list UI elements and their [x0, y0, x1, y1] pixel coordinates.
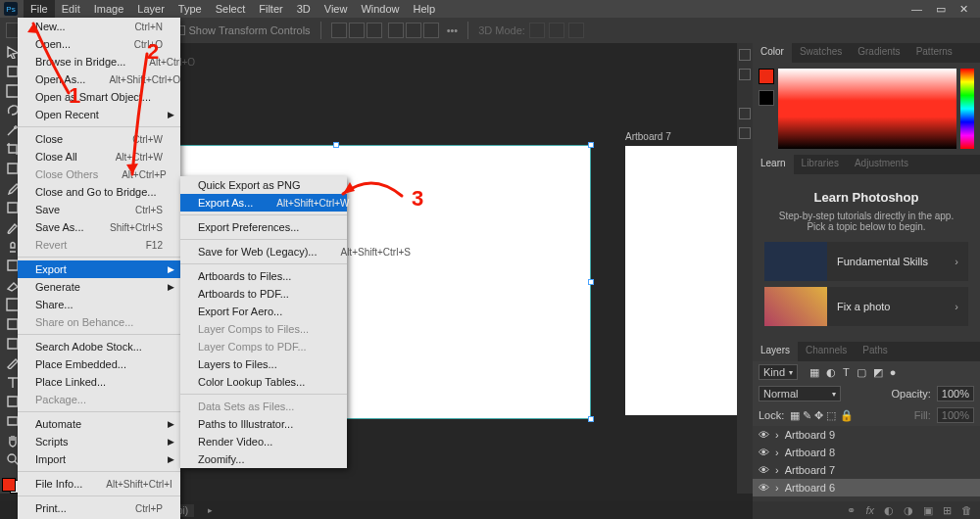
- hue-slider[interactable]: [960, 69, 974, 149]
- menu-item-new[interactable]: New...Ctrl+N: [18, 18, 180, 35]
- menu-item-render-video[interactable]: Render Video...: [180, 433, 347, 450]
- menu-item-paths-to-illustrator[interactable]: Paths to Illustrator...: [180, 415, 347, 433]
- fill-value[interactable]: 100%: [937, 407, 974, 423]
- menu-item-place-embedded[interactable]: Place Embedded...: [18, 355, 180, 373]
- panel-icon[interactable]: [739, 69, 751, 80]
- tab-swatches[interactable]: Swatches: [792, 43, 850, 63]
- tab-adjustments[interactable]: Adjustments: [847, 155, 916, 174]
- menu-file[interactable]: File: [24, 0, 55, 18]
- twirl-icon[interactable]: ›: [775, 464, 779, 476]
- mask-icon[interactable]: ◐: [884, 504, 894, 517]
- blend-mode-dropdown[interactable]: Normal▾: [759, 386, 841, 401]
- menu-item-quick-export-as-png[interactable]: Quick Export as PNG: [180, 176, 347, 194]
- new-layer-icon[interactable]: ⊞: [943, 504, 952, 517]
- foreground-swatch[interactable]: [759, 69, 774, 84]
- menu-item-automate[interactable]: Automate▶: [18, 415, 180, 433]
- twirl-icon[interactable]: ›: [775, 429, 779, 441]
- twirl-icon[interactable]: ›: [775, 447, 779, 458]
- menu-edit[interactable]: Edit: [55, 0, 87, 18]
- visibility-icon[interactable]: 👁: [759, 464, 769, 476]
- lesson-fix-photo[interactable]: Fix a photo ›: [764, 287, 968, 326]
- menu-item-artboards-to-pdf[interactable]: Artboards to PDF...: [180, 285, 347, 303]
- lock-icons[interactable]: ▦ ✎ ✥ ⬚ 🔒: [790, 409, 853, 422]
- tab-layers[interactable]: Layers: [753, 342, 798, 361]
- color-panel[interactable]: [753, 63, 980, 155]
- tab-patterns[interactable]: Patterns: [908, 43, 960, 63]
- menu-item-color-lookup-tables[interactable]: Color Lookup Tables...: [180, 373, 347, 391]
- group-icon[interactable]: ▣: [923, 504, 933, 517]
- menu-item-browse-in-bridge[interactable]: Browse in Bridge...Alt+Ctrl+O: [18, 53, 180, 71]
- panel-icon[interactable]: [739, 127, 751, 139]
- layer-row[interactable]: 👁›Artboard 7: [753, 461, 980, 479]
- panel-icon[interactable]: [739, 49, 751, 61]
- restore-icon[interactable]: ▭: [936, 3, 946, 16]
- menu-item-print[interactable]: Print...Ctrl+P: [18, 499, 180, 517]
- layer-row[interactable]: 👁›Artboard 9: [753, 426, 980, 444]
- menu-item-open-recent[interactable]: Open Recent▶: [18, 106, 180, 123]
- tab-paths[interactable]: Paths: [855, 342, 896, 361]
- tab-color[interactable]: Color: [753, 43, 792, 63]
- menu-item-export-as[interactable]: Export As...Alt+Shift+Ctrl+W: [180, 194, 347, 212]
- menu-item-data-sets-as-files: Data Sets as Files...: [180, 398, 347, 415]
- menu-window[interactable]: Window: [354, 0, 406, 18]
- menu-view[interactable]: View: [318, 0, 355, 18]
- filter-icons[interactable]: ▦◐T▢◩●: [809, 366, 896, 379]
- menu-item-save[interactable]: SaveCtrl+S: [18, 201, 180, 218]
- layer-row[interactable]: 👁›Artboard 8: [753, 444, 980, 461]
- menu-item-export[interactable]: Export▶: [18, 260, 180, 278]
- trash-icon[interactable]: 🗑: [961, 504, 972, 516]
- menu-item-close-and-go-to-bridge[interactable]: Close and Go to Bridge...Shift+Ctrl+W: [18, 183, 180, 201]
- filter-kind-dropdown[interactable]: Kind ▾: [759, 364, 798, 380]
- menu-item-layers-to-files[interactable]: Layers to Files...: [180, 355, 347, 373]
- menu-item-open[interactable]: Open...Ctrl+O: [18, 35, 180, 53]
- menu-item-scripts[interactable]: Scripts▶: [18, 433, 180, 450]
- visibility-icon[interactable]: 👁: [759, 429, 769, 441]
- layer-row[interactable]: 👁›Artboard 6: [753, 479, 980, 496]
- lesson-fundamental-skills[interactable]: Fundamental Skills ›: [764, 242, 968, 281]
- color-spectrum[interactable]: [778, 69, 956, 149]
- menu-item-open-as-smart-object[interactable]: Open as Smart Object...: [18, 88, 180, 106]
- menu-item-close-all[interactable]: Close AllAlt+Ctrl+W: [18, 148, 180, 165]
- layer-name: Artboard 8: [785, 447, 835, 458]
- background-swatch[interactable]: [759, 90, 774, 106]
- right-mini-dock[interactable]: [737, 43, 753, 494]
- menu-layer[interactable]: Layer: [130, 0, 172, 18]
- menu-item-close[interactable]: CloseCtrl+W: [18, 130, 180, 148]
- twirl-icon[interactable]: ›: [775, 482, 779, 494]
- menu-item-open-as[interactable]: Open As...Alt+Shift+Ctrl+O: [18, 71, 180, 88]
- menu-select[interactable]: Select: [209, 0, 253, 18]
- visibility-icon[interactable]: 👁: [759, 447, 769, 458]
- menu-item-share[interactable]: Share...: [18, 296, 180, 313]
- adjustment-icon[interactable]: ◑: [904, 504, 913, 517]
- menu-image[interactable]: Image: [87, 0, 131, 18]
- menu-item-save-as[interactable]: Save As...Shift+Ctrl+S: [18, 218, 180, 236]
- minimize-icon[interactable]: —: [911, 3, 922, 16]
- panel-icon[interactable]: [739, 108, 751, 119]
- menu-item-file-info[interactable]: File Info...Alt+Shift+Ctrl+I: [18, 475, 180, 493]
- visibility-icon[interactable]: 👁: [759, 482, 769, 494]
- menu-item-zoomify[interactable]: Zoomify...: [180, 450, 347, 468]
- menu-help[interactable]: Help: [407, 0, 443, 18]
- menu-item-export-for-aero[interactable]: Export For Aero...: [180, 303, 347, 320]
- menu-type[interactable]: Type: [172, 0, 209, 18]
- opacity-value[interactable]: 100%: [937, 386, 974, 401]
- layer-name: Artboard 9: [785, 429, 835, 441]
- artboard-7[interactable]: [625, 146, 743, 415]
- menu-item-generate[interactable]: Generate▶: [18, 278, 180, 296]
- menu-item-save-for-web-legacy[interactable]: Save for Web (Legacy)...Alt+Shift+Ctrl+S: [180, 243, 347, 260]
- link-icon[interactable]: ⚭: [847, 504, 856, 517]
- menu-item-search-adobe-stock[interactable]: Search Adobe Stock...: [18, 338, 180, 355]
- menu-filter[interactable]: Filter: [252, 0, 289, 18]
- menu-item-artboards-to-files[interactable]: Artboards to Files...: [180, 267, 347, 285]
- close-icon[interactable]: ✕: [959, 3, 968, 16]
- tab-channels[interactable]: Channels: [798, 342, 855, 361]
- tab-gradients[interactable]: Gradients: [850, 43, 907, 63]
- menu-item-place-linked[interactable]: Place Linked...: [18, 373, 180, 391]
- menu-item-import[interactable]: Import▶: [18, 450, 180, 468]
- tab-learn[interactable]: Learn: [753, 155, 794, 174]
- fx-icon[interactable]: fx: [865, 504, 874, 516]
- menu-3d[interactable]: 3D: [290, 0, 318, 18]
- tab-libraries[interactable]: Libraries: [794, 155, 847, 174]
- menu-item-export-preferences[interactable]: Export Preferences...: [180, 218, 347, 236]
- align-icons[interactable]: •••: [331, 23, 459, 38]
